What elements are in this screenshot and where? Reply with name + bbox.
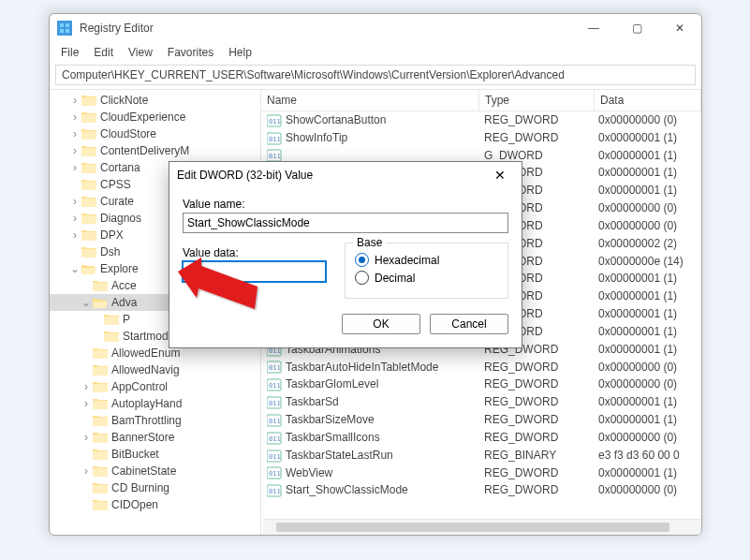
radio-decimal[interactable]: Decimal — [355, 271, 498, 285]
value-data: 0x00000002 (2) — [593, 235, 701, 253]
expand-icon[interactable]: › — [68, 127, 81, 140]
maximize-button[interactable]: ▢ — [615, 14, 658, 42]
value-row[interactable]: 011TaskbarSdREG_DWORD0x00000001 (1) — [261, 393, 701, 411]
expand-icon[interactable]: › — [68, 212, 81, 225]
value-icon: 011 — [267, 361, 282, 374]
menu-edit[interactable]: Edit — [86, 44, 121, 61]
svg-text:011: 011 — [269, 118, 281, 125]
value-icon: 011 — [267, 432, 282, 445]
svg-text:011: 011 — [269, 364, 281, 372]
minimize-button[interactable]: — — [572, 14, 615, 42]
value-data-input[interactable] — [183, 261, 326, 282]
radio-hexadecimal[interactable]: Hexadecimal — [355, 253, 498, 267]
tree-label: Explore — [100, 262, 139, 275]
close-button[interactable]: ✕ — [658, 14, 701, 42]
value-icon: 011 — [267, 466, 282, 479]
value-name: WebView — [286, 466, 332, 479]
menu-help[interactable]: Help — [221, 44, 259, 61]
tree-label: AllowedEnum — [111, 346, 180, 360]
radio-dot-icon — [355, 253, 369, 267]
tree-label: BannerStore — [111, 431, 174, 444]
value-name-label: Value name: — [183, 198, 508, 211]
value-data: e3 f3 d3 60 00 0 — [593, 447, 701, 464]
tree-node[interactable]: ›CabinetState — [50, 463, 260, 479]
tree-node[interactable]: ›ContentDeliveryM — [50, 142, 260, 159]
col-type[interactable]: Type — [479, 90, 595, 111]
expand-icon[interactable]: ⌄ — [80, 296, 93, 309]
value-data: 0x00000001 (1) — [593, 393, 701, 411]
value-data-label: Value data: — [183, 246, 326, 259]
expand-icon[interactable]: › — [80, 397, 93, 410]
cancel-button[interactable]: Cancel — [430, 314, 508, 334]
value-data: 0x00000001 (1) — [593, 164, 701, 182]
value-row[interactable]: 011ShowCortanaButtonREG_DWORD0x00000000 … — [261, 111, 701, 129]
tree-node[interactable]: CD Burning — [50, 479, 260, 496]
folder-icon — [81, 245, 96, 258]
folder-icon — [81, 94, 96, 107]
value-row[interactable]: 011TaskbarGlomLevelREG_DWORD0x00000000 (… — [261, 376, 701, 393]
expand-icon[interactable]: › — [68, 144, 81, 157]
tree-node[interactable]: ›AutoplayHand — [50, 395, 260, 412]
folder-icon — [93, 397, 108, 410]
folder-icon — [93, 464, 108, 478]
menu-view[interactable]: View — [121, 44, 160, 61]
tree-node[interactable]: ›BannerStore — [50, 429, 260, 446]
col-name[interactable]: Name — [261, 90, 479, 111]
svg-rect-1 — [60, 23, 64, 27]
value-name: ShowInfoTip — [286, 131, 347, 144]
value-row[interactable]: 011ShowInfoTipREG_DWORD0x00000001 (1) — [261, 129, 701, 147]
tree-node[interactable]: ›CloudExperience — [50, 109, 260, 125]
tree-label: AllowedNavig — [111, 363, 180, 376]
expand-icon[interactable]: ⌄ — [68, 262, 81, 275]
expand-icon[interactable]: › — [68, 111, 81, 124]
svg-text:011: 011 — [269, 418, 281, 425]
col-data[interactable]: Data — [595, 90, 701, 111]
value-icon: 011 — [267, 396, 282, 409]
address-bar[interactable]: Computer\HKEY_CURRENT_USER\Software\Micr… — [55, 65, 696, 85]
tree-node[interactable]: BitBucket — [50, 446, 260, 463]
tree-node[interactable]: ›CloudStore — [50, 125, 260, 142]
menu-file[interactable]: File — [53, 44, 86, 61]
expand-icon[interactable]: › — [80, 431, 93, 444]
value-row[interactable]: 011TaskbarSizeMoveREG_DWORD0x00000001 (1… — [261, 411, 701, 429]
tree-label: CD Burning — [111, 481, 169, 494]
tree-node[interactable]: BamThrottling — [50, 412, 260, 429]
folder-icon — [93, 498, 108, 511]
value-row[interactable]: 011Start_ShowClassicModeREG_DWORD0x00000… — [261, 481, 701, 499]
value-row[interactable]: 011TaskbarSmallIconsREG_DWORD0x00000000 … — [261, 429, 701, 447]
ok-button[interactable]: OK — [342, 314, 420, 334]
tree-label: CloudStore — [100, 127, 156, 140]
tree-label: Curate — [100, 195, 134, 208]
folder-icon — [81, 178, 96, 191]
value-data: 0x00000001 (1) — [593, 411, 701, 429]
tree-node[interactable]: ›ClickNote — [50, 92, 260, 109]
value-row[interactable]: 011TaskbarStateLastRunREG_BINARYe3 f3 d3… — [261, 447, 701, 464]
value-type: REG_DWORD — [478, 429, 593, 447]
edit-dword-dialog: Edit DWORD (32-bit) Value ✕ Value name: … — [169, 161, 522, 348]
expand-icon[interactable]: › — [80, 380, 93, 393]
value-data: 0x00000001 (1) — [593, 305, 701, 323]
titlebar: Registry Editor — ▢ ✕ — [50, 14, 701, 42]
expand-icon[interactable]: › — [68, 161, 81, 174]
expand-icon[interactable]: › — [68, 228, 81, 242]
menu-favorites[interactable]: Favorites — [160, 44, 221, 61]
tree-node[interactable]: ›AppControl — [50, 378, 260, 395]
folder-icon — [93, 296, 108, 309]
value-name-input[interactable] — [183, 213, 508, 233]
tree-node[interactable]: CIDOpen — [50, 496, 260, 513]
svg-text:011: 011 — [269, 453, 281, 461]
value-row[interactable]: 011WebViewREG_DWORD0x00000001 (1) — [261, 464, 701, 482]
tree-label: Diagnos — [100, 212, 141, 225]
value-data: 0x00000001 (1) — [593, 147, 701, 165]
value-data: 0x00000001 (1) — [593, 323, 701, 341]
expand-icon[interactable]: › — [68, 94, 81, 107]
value-row[interactable]: 011TaskbarAutoHideInTabletModeREG_DWORD0… — [261, 359, 701, 376]
expand-icon[interactable]: › — [80, 464, 93, 478]
svg-text:011: 011 — [269, 470, 281, 478]
value-data: 0x0000000e (14) — [593, 253, 701, 271]
dialog-close-button[interactable]: ✕ — [486, 168, 514, 183]
column-headers[interactable]: Name Type Data — [261, 90, 701, 111]
expand-icon[interactable]: › — [68, 195, 81, 208]
tree-node[interactable]: AllowedNavig — [50, 361, 260, 378]
folder-icon — [81, 262, 96, 275]
